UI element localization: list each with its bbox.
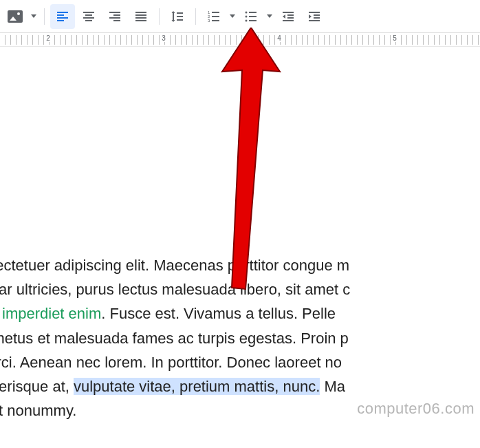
bulleted-list-button[interactable] xyxy=(239,4,263,29)
document-body[interactable]: nsectetuer adipiscing elit. Maecenas por… xyxy=(0,47,480,423)
align-justify-button[interactable] xyxy=(129,4,153,29)
ruler-tick-label: 5 xyxy=(391,34,398,42)
ruler-tick-label: 4 xyxy=(276,34,283,42)
decrease-indent-icon xyxy=(281,10,295,23)
numbered-list-button[interactable]: 1 2 3 xyxy=(201,4,226,29)
align-justify-icon xyxy=(134,10,148,23)
text-line: et netus et malesuada fames ac turpis eg… xyxy=(0,326,480,350)
text-line: vinar ultricies, purus lectus malesuada … xyxy=(0,277,480,301)
numbered-list-dropdown[interactable] xyxy=(228,14,237,18)
text-line: nsectetuer adipiscing elit. Maecenas por… xyxy=(0,253,480,277)
toolbar-separator xyxy=(159,8,160,25)
align-right-button[interactable] xyxy=(102,4,127,29)
numbered-list-icon: 1 2 3 xyxy=(207,10,221,23)
selected-text: vulputate vitae, pretium mattis, nunc. xyxy=(74,378,320,395)
align-center-button[interactable] xyxy=(76,4,101,29)
ruler-tick-label: 2 xyxy=(45,34,52,42)
svg-point-4 xyxy=(246,15,248,17)
watermark-text: computer06.com xyxy=(357,400,474,418)
insert-image-dropdown[interactable] xyxy=(29,14,39,18)
svg-point-5 xyxy=(246,19,248,21)
text-line: celerisque at, vulputate vitae, pretium … xyxy=(0,374,480,398)
align-right-icon xyxy=(108,10,122,23)
text-line: rra imperdiet enim. Fusce est. Vivamus a… xyxy=(0,301,480,326)
image-icon xyxy=(8,10,23,23)
ruler-tick-label: 3 xyxy=(160,34,167,42)
insert-image-button[interactable] xyxy=(3,4,28,29)
align-left-icon xyxy=(56,10,69,23)
toolbar-separator xyxy=(195,8,196,25)
decrease-indent-button[interactable] xyxy=(276,4,301,29)
line-spacing-button[interactable] xyxy=(165,4,190,29)
toolbar: 1 2 3 xyxy=(0,0,480,33)
increase-indent-button[interactable] xyxy=(302,4,327,29)
hyperlink-text[interactable]: rra imperdiet enim xyxy=(0,305,101,322)
svg-text:3: 3 xyxy=(208,19,210,23)
ruler-track xyxy=(0,35,480,45)
svg-point-3 xyxy=(246,11,248,13)
increase-indent-icon xyxy=(307,10,321,23)
align-center-icon xyxy=(82,10,96,23)
bulleted-list-icon xyxy=(244,10,258,23)
align-left-button[interactable] xyxy=(50,4,75,29)
bulleted-list-dropdown[interactable] xyxy=(265,14,274,18)
text-line: t orci. Aenean nec lorem. In porttitor. … xyxy=(0,350,480,374)
ruler[interactable]: 2 3 4 5 xyxy=(0,33,480,47)
line-spacing-icon xyxy=(171,10,184,23)
toolbar-separator xyxy=(44,8,45,25)
